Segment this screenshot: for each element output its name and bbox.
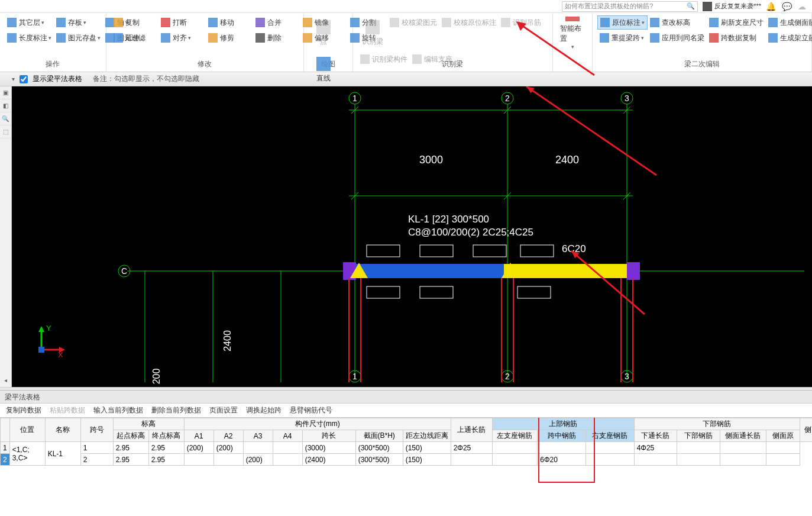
col-subheader[interactable]: 截面(B*H) — [355, 430, 403, 442]
col-subheader[interactable]: 距左边线距离 — [403, 430, 451, 442]
rail-tool[interactable]: ◧ — [0, 99, 11, 112]
ribbon-cmd-识别梁[interactable]: 识别梁 — [358, 15, 387, 51]
cell-a3[interactable] — [243, 442, 273, 454]
cell-br[interactable] — [677, 454, 720, 466]
rail-tool[interactable]: ⬚ — [0, 125, 11, 138]
table-tool-悬臂钢筋代号[interactable]: 悬臂钢筋代号 — [286, 404, 336, 417]
cell-ut[interactable] — [451, 454, 492, 466]
help-search[interactable]: 如何布置过梁及拱板处的钢筋? 🔍 — [562, 1, 698, 12]
ribbon-cmd-复制[interactable]: 复制 — [111, 15, 158, 30]
col-subheader[interactable]: A3 — [243, 430, 273, 442]
ribbon-cmd-识别吊筋[interactable]: 识别吊筋 — [499, 15, 546, 30]
table-tool-页面设置[interactable]: 页面设置 — [206, 404, 241, 417]
ribbon-cmd-对齐[interactable]: 对齐▾ — [158, 31, 206, 45]
ribbon-cmd-修剪[interactable]: 修剪 — [206, 31, 253, 45]
cell-a2[interactable] — [213, 454, 243, 466]
col-header[interactable]: 标高 — [113, 418, 184, 430]
show-beam-table-checkbox[interactable] — [20, 75, 28, 83]
ribbon-cmd-存板[interactable]: 存板▾ — [54, 15, 103, 30]
ribbon-cmd-校核梁图元[interactable]: 校核梁图元 — [387, 15, 439, 30]
col-header[interactable]: 跨号 — [80, 418, 113, 442]
table-scroll[interactable]: 位置名称跨号标高构件尺寸(mm)上通长筋上部钢筋下部钢筋侧面起点标高终点标高A1… — [0, 418, 812, 516]
ribbon-cmd-延伸[interactable]: 延伸 — [111, 31, 158, 45]
ribbon-cmd-重提梁跨[interactable]: 重提梁跨▾ — [597, 31, 648, 45]
cell-mid[interactable] — [538, 442, 586, 454]
cell-span[interactable]: 2 — [80, 454, 113, 466]
cell-a1[interactable] — [184, 454, 213, 466]
cell-s_elev[interactable]: 2.95 — [113, 454, 148, 466]
cell-len[interactable]: (2400) — [302, 454, 355, 466]
ribbon-cmd-打断[interactable]: 打断 — [158, 15, 206, 30]
cell-a2[interactable]: (200) — [213, 442, 243, 454]
cell-so[interactable] — [766, 454, 800, 466]
table-tool-输入当前列数据[interactable]: 输入当前列数据 — [90, 404, 147, 417]
cell-mid[interactable]: 6Φ20 — [538, 454, 586, 466]
row-number[interactable]: 1 — [1, 442, 10, 454]
ribbon-cmd-其它层[interactable]: 其它层▾ — [5, 15, 54, 30]
col-subheader[interactable]: A2 — [213, 430, 243, 442]
collapse-icon[interactable]: ◂ — [0, 374, 11, 387]
cloud-icon[interactable]: ☁ — [798, 2, 806, 11]
col-header[interactable]: 下部钢筋 — [634, 418, 800, 430]
cell-e_elev[interactable]: 2.95 — [148, 454, 184, 466]
col-header[interactable]: 上通长筋 — [451, 418, 492, 442]
cell-ls[interactable] — [492, 442, 538, 454]
col-subheader[interactable]: 终点标高 — [148, 430, 184, 442]
ribbon-cmd-移动[interactable]: 移动 — [206, 15, 253, 30]
table-row[interactable]: 1<1,C;3,C>KL-112.952.95(200)(200)(3000)(… — [1, 442, 813, 454]
cell-a1[interactable]: (200) — [184, 442, 213, 454]
cell-pos[interactable]: <1,C;3,C> — [9, 442, 45, 466]
table-tool-删除当前列数据[interactable]: 删除当前列数据 — [148, 404, 205, 417]
ribbon-cmd-刷新支座尺寸[interactable]: 刷新支座尺寸 — [707, 15, 766, 30]
cell-a4[interactable] — [273, 454, 302, 466]
ribbon-cmd-长度标注[interactable]: 长度标注▾ — [5, 31, 54, 45]
ribbon-cmd-生成侧面筋[interactable]: 生成侧面筋 — [766, 15, 812, 30]
cell-br[interactable] — [677, 442, 720, 454]
drawing-canvas[interactable]: 112233C300024002400200KL-1 [22] 300*500C… — [12, 86, 812, 387]
ribbon-cmd-合并[interactable]: 合并 — [253, 15, 300, 30]
ribbon-cmd-删除[interactable]: 删除 — [253, 31, 300, 45]
col-header[interactable]: 侧面 — [800, 418, 812, 442]
cell-a4[interactable] — [273, 442, 302, 454]
ribbon-cmd-应用到同名梁[interactable]: 应用到同名梁 — [648, 31, 707, 45]
cell-sec[interactable]: (300*500) — [355, 442, 403, 454]
cell-dl[interactable]: (150) — [403, 454, 451, 466]
ribbon-cmd-校核原位标注[interactable]: 校核原位标注 — [439, 15, 499, 30]
col-subheader[interactable]: A1 — [184, 430, 213, 442]
rail-tool[interactable]: ▣ — [0, 86, 11, 99]
table-tool-调换起始跨[interactable]: 调换起始跨 — [242, 404, 285, 417]
cell-e_elev[interactable]: 2.95 — [148, 442, 184, 454]
cell-s_elev[interactable]: 2.95 — [113, 442, 148, 454]
cell-bt[interactable] — [634, 454, 677, 466]
rail-tool[interactable]: 🔍 — [0, 112, 11, 125]
user-account[interactable]: 反反复复来袭*** — [703, 2, 761, 11]
cell-dl[interactable]: (150) — [403, 442, 451, 454]
col-subheader[interactable]: 跨长 — [302, 430, 355, 442]
ribbon-cmd-查改标高[interactable]: 查改标高 — [648, 15, 707, 30]
col-header[interactable]: 位置 — [9, 418, 45, 442]
bell-icon[interactable]: 🔔 — [766, 2, 776, 11]
ribbon-cmd-点[interactable]: 点 — [309, 15, 338, 51]
col-subheader[interactable]: 侧面通长筋 — [720, 430, 766, 442]
col-header[interactable]: 名称 — [45, 418, 80, 442]
cell-ut[interactable]: 2Φ25 — [451, 442, 492, 454]
col-header[interactable]: 构件尺寸(mm) — [184, 418, 451, 430]
ribbon-cmd-原位标注[interactable]: 原位标注▾ — [597, 15, 648, 30]
col-subheader[interactable]: 下部钢筋 — [677, 430, 720, 442]
chat-icon[interactable]: 💬 — [782, 2, 792, 11]
col-header[interactable]: 上部钢筋 — [492, 418, 634, 430]
col-subheader[interactable]: A4 — [273, 430, 302, 442]
cell-ls[interactable] — [492, 454, 538, 466]
col-subheader[interactable]: 侧面原 — [766, 430, 800, 442]
col-subheader[interactable]: 右支座钢筋 — [585, 430, 634, 442]
col-subheader[interactable]: 下通长筋 — [634, 430, 677, 442]
cell-sec[interactable]: (300*500) — [355, 454, 403, 466]
chevron-down-icon[interactable]: ▾ — [12, 76, 15, 82]
cell-rs[interactable] — [585, 442, 634, 454]
cell-st[interactable] — [720, 442, 766, 454]
ribbon-cmd-生成架立筋[interactable]: 生成架立筋 — [766, 31, 812, 45]
cell-so[interactable] — [766, 442, 800, 454]
cell-bt[interactable]: 4Φ25 — [634, 442, 677, 454]
cell-rs[interactable] — [585, 454, 634, 466]
col-subheader[interactable]: 跨中钢筋 — [538, 430, 586, 442]
